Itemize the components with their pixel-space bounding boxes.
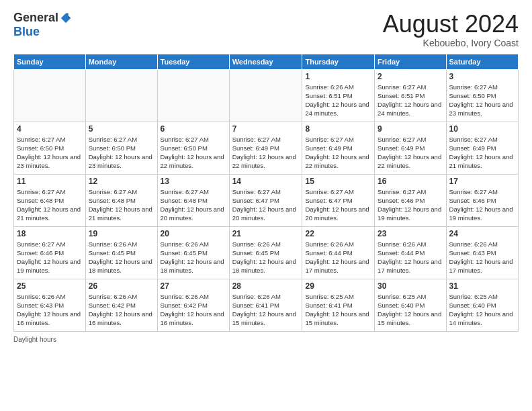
calendar-week-row: 1Sunrise: 6:26 AMSunset: 6:51 PMDaylight…	[14, 69, 519, 122]
table-row: 21Sunrise: 6:26 AMSunset: 6:45 PMDayligh…	[229, 226, 302, 279]
calendar-table: Sunday Monday Tuesday Wednesday Thursday…	[13, 54, 519, 332]
day-number: 1	[305, 72, 371, 81]
month-title: August 2024	[383, 11, 519, 38]
table-row: 22Sunrise: 6:26 AMSunset: 6:44 PMDayligh…	[302, 226, 375, 279]
table-row	[157, 69, 229, 122]
header-thursday: Thursday	[302, 54, 375, 69]
day-info: Sunrise: 6:27 AMSunset: 6:47 PMDaylight:…	[305, 187, 371, 223]
day-number: 6	[161, 124, 226, 134]
day-number: 18	[17, 229, 83, 238]
logo-general-text: General	[13, 11, 58, 25]
day-number: 28	[232, 281, 300, 291]
day-number: 12	[89, 177, 154, 186]
footer-note: Daylight hours	[13, 336, 519, 343]
table-row: 1Sunrise: 6:26 AMSunset: 6:51 PMDaylight…	[302, 69, 375, 122]
day-info: Sunrise: 6:27 AMSunset: 6:49 PMDaylight:…	[305, 135, 371, 171]
day-number: 17	[449, 177, 515, 186]
table-row: 27Sunrise: 6:26 AMSunset: 6:42 PMDayligh…	[157, 279, 229, 331]
day-info: Sunrise: 6:26 AMSunset: 6:43 PMDaylight:…	[449, 240, 515, 275]
logo-blue-text: Blue	[13, 25, 40, 38]
day-info: Sunrise: 6:26 AMSunset: 6:51 PMDaylight:…	[305, 83, 371, 118]
table-row: 19Sunrise: 6:26 AMSunset: 6:45 PMDayligh…	[85, 226, 157, 279]
day-number: 14	[232, 177, 300, 186]
day-number: 20	[161, 229, 226, 238]
calendar-week-row: 4Sunrise: 6:27 AMSunset: 6:50 PMDaylight…	[14, 122, 519, 174]
day-number: 30	[378, 281, 443, 291]
day-number: 31	[449, 281, 515, 291]
day-info: Sunrise: 6:27 AMSunset: 6:49 PMDaylight:…	[232, 135, 300, 171]
day-info: Sunrise: 6:26 AMSunset: 6:44 PMDaylight:…	[305, 240, 371, 275]
table-row: 9Sunrise: 6:27 AMSunset: 6:49 PMDaylight…	[375, 122, 446, 174]
calendar-week-row: 18Sunrise: 6:27 AMSunset: 6:46 PMDayligh…	[14, 226, 519, 279]
day-info: Sunrise: 6:27 AMSunset: 6:50 PMDaylight:…	[161, 135, 226, 171]
day-number: 5	[89, 124, 154, 134]
calendar-week-row: 25Sunrise: 6:26 AMSunset: 6:43 PMDayligh…	[14, 279, 519, 331]
day-info: Sunrise: 6:27 AMSunset: 6:49 PMDaylight:…	[378, 135, 443, 171]
table-row: 16Sunrise: 6:27 AMSunset: 6:46 PMDayligh…	[375, 174, 446, 226]
day-info: Sunrise: 6:27 AMSunset: 6:46 PMDaylight:…	[449, 187, 515, 223]
day-number: 3	[449, 72, 515, 81]
table-row: 3Sunrise: 6:27 AMSunset: 6:50 PMDaylight…	[446, 69, 518, 122]
day-info: Sunrise: 6:26 AMSunset: 6:44 PMDaylight:…	[378, 240, 443, 275]
day-info: Sunrise: 6:26 AMSunset: 6:42 PMDaylight:…	[161, 292, 226, 328]
day-info: Sunrise: 6:27 AMSunset: 6:51 PMDaylight:…	[378, 83, 443, 118]
day-number: 9	[378, 124, 443, 134]
day-info: Sunrise: 6:26 AMSunset: 6:42 PMDaylight:…	[89, 292, 154, 328]
day-info: Sunrise: 6:27 AMSunset: 6:47 PMDaylight:…	[232, 187, 300, 223]
day-info: Sunrise: 6:27 AMSunset: 6:48 PMDaylight:…	[89, 187, 154, 223]
table-row: 30Sunrise: 6:25 AMSunset: 6:40 PMDayligh…	[375, 279, 446, 331]
table-row: 12Sunrise: 6:27 AMSunset: 6:48 PMDayligh…	[85, 174, 157, 226]
day-number: 21	[232, 229, 300, 238]
day-info: Sunrise: 6:26 AMSunset: 6:45 PMDaylight:…	[232, 240, 300, 275]
table-row: 15Sunrise: 6:27 AMSunset: 6:47 PMDayligh…	[302, 174, 375, 226]
day-info: Sunrise: 6:27 AMSunset: 6:50 PMDaylight:…	[89, 135, 154, 171]
table-row: 31Sunrise: 6:25 AMSunset: 6:40 PMDayligh…	[446, 279, 518, 331]
day-info: Sunrise: 6:26 AMSunset: 6:41 PMDaylight:…	[232, 292, 300, 328]
day-info: Sunrise: 6:27 AMSunset: 6:50 PMDaylight:…	[449, 83, 515, 118]
header-tuesday: Tuesday	[157, 54, 229, 69]
day-number: 25	[17, 281, 83, 291]
logo: General Blue	[13, 11, 72, 39]
table-row: 6Sunrise: 6:27 AMSunset: 6:50 PMDaylight…	[157, 122, 229, 174]
table-row: 26Sunrise: 6:26 AMSunset: 6:42 PMDayligh…	[85, 279, 157, 331]
table-row: 14Sunrise: 6:27 AMSunset: 6:47 PMDayligh…	[229, 174, 302, 226]
day-number: 8	[305, 124, 371, 134]
day-info: Sunrise: 6:26 AMSunset: 6:45 PMDaylight:…	[89, 240, 154, 275]
day-info: Sunrise: 6:27 AMSunset: 6:49 PMDaylight:…	[449, 135, 515, 171]
table-row: 18Sunrise: 6:27 AMSunset: 6:46 PMDayligh…	[14, 226, 86, 279]
day-info: Sunrise: 6:25 AMSunset: 6:40 PMDaylight:…	[449, 292, 515, 328]
header-friday: Friday	[375, 54, 446, 69]
day-info: Sunrise: 6:26 AMSunset: 6:45 PMDaylight:…	[161, 240, 226, 275]
day-number: 2	[378, 72, 443, 81]
table-row: 5Sunrise: 6:27 AMSunset: 6:50 PMDaylight…	[85, 122, 157, 174]
header-sunday: Sunday	[14, 54, 86, 69]
table-row: 28Sunrise: 6:26 AMSunset: 6:41 PMDayligh…	[229, 279, 302, 331]
day-info: Sunrise: 6:25 AMSunset: 6:40 PMDaylight:…	[378, 292, 443, 328]
table-row: 2Sunrise: 6:27 AMSunset: 6:51 PMDaylight…	[375, 69, 446, 122]
table-row: 29Sunrise: 6:25 AMSunset: 6:41 PMDayligh…	[302, 279, 375, 331]
table-row: 25Sunrise: 6:26 AMSunset: 6:43 PMDayligh…	[14, 279, 86, 331]
day-number: 27	[161, 281, 226, 291]
day-number: 10	[449, 124, 515, 134]
day-number: 24	[449, 229, 515, 238]
page-header: General Blue August 2024 Kebouebo, Ivory…	[13, 11, 519, 48]
header-saturday: Saturday	[446, 54, 518, 69]
day-info: Sunrise: 6:26 AMSunset: 6:43 PMDaylight:…	[17, 292, 83, 328]
day-number: 11	[17, 177, 83, 186]
day-number: 13	[161, 177, 226, 186]
day-number: 16	[378, 177, 443, 186]
table-row: 17Sunrise: 6:27 AMSunset: 6:46 PMDayligh…	[446, 174, 518, 226]
table-row: 7Sunrise: 6:27 AMSunset: 6:49 PMDaylight…	[229, 122, 302, 174]
header-monday: Monday	[85, 54, 157, 69]
table-row: 11Sunrise: 6:27 AMSunset: 6:48 PMDayligh…	[14, 174, 86, 226]
title-section: August 2024 Kebouebo, Ivory Coast	[383, 11, 519, 48]
table-row	[14, 69, 86, 122]
day-info: Sunrise: 6:27 AMSunset: 6:48 PMDaylight:…	[17, 187, 83, 223]
table-row: 4Sunrise: 6:27 AMSunset: 6:50 PMDaylight…	[14, 122, 86, 174]
table-row	[229, 69, 302, 122]
table-row: 10Sunrise: 6:27 AMSunset: 6:49 PMDayligh…	[446, 122, 518, 174]
day-info: Sunrise: 6:25 AMSunset: 6:41 PMDaylight:…	[305, 292, 371, 328]
table-row	[85, 69, 157, 122]
day-number: 29	[305, 281, 371, 291]
day-number: 19	[89, 229, 154, 238]
